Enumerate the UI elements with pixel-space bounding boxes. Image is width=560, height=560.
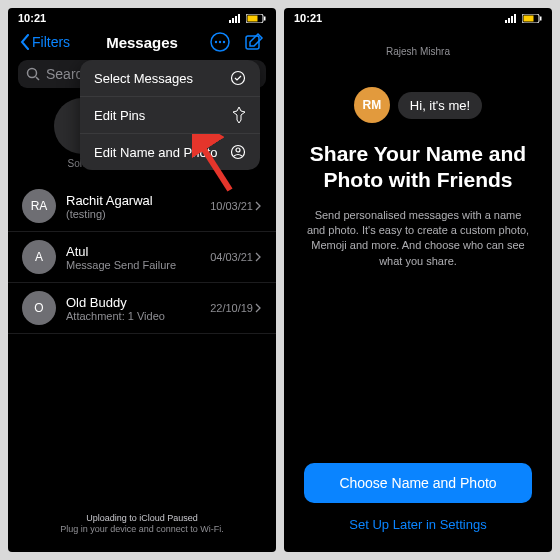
menu-edit-name-photo[interactable]: Edit Name and Photo — [80, 134, 260, 170]
conversation-row[interactable]: O Old Buddy Attachment: 1 Video 22/10/19 — [8, 283, 276, 334]
row-date: 04/03/21 — [210, 251, 262, 263]
checkmark-circle-icon — [230, 70, 246, 86]
chevron-right-icon — [255, 201, 262, 211]
avatar: RM — [354, 87, 390, 123]
svg-rect-0 — [229, 20, 231, 23]
avatar: A — [22, 240, 56, 274]
row-date: 22/10/19 — [210, 302, 262, 314]
status-bar: 10:21 — [8, 8, 276, 28]
svg-rect-22 — [524, 15, 534, 21]
sync-status: Uploading to iCloud Paused Plug in your … — [8, 503, 276, 552]
conversation-row[interactable]: A Atul Message Send Failure 04/03/21 — [8, 232, 276, 283]
preview-message: RM Hi, it's me! — [354, 87, 482, 123]
signal-icon — [229, 14, 243, 23]
conversation-list: RA Rachit Agarwal (testing) 10/03/21 A A… — [8, 181, 276, 334]
onboarding-description: Send personalised messages with a name a… — [304, 208, 532, 270]
row-title: Atul — [66, 244, 200, 259]
avatar: RA — [22, 189, 56, 223]
svg-point-12 — [28, 69, 37, 78]
sender-name: Rajesh Mishra — [386, 46, 450, 57]
row-subtitle: (testing) — [66, 208, 200, 220]
menu-select-messages[interactable]: Select Messages — [80, 60, 260, 97]
battery-icon — [522, 14, 542, 23]
more-icon[interactable] — [210, 32, 230, 52]
messages-screen: 10:21 Filters Messages Search Sohan Luck… — [8, 8, 276, 552]
svg-rect-19 — [511, 16, 513, 23]
nav-bar: Filters Messages — [8, 28, 276, 60]
row-date: 10/03/21 — [210, 200, 262, 212]
menu-label: Select Messages — [94, 71, 193, 86]
battery-icon — [246, 14, 266, 23]
svg-point-14 — [232, 72, 245, 85]
status-time: 10:21 — [18, 12, 46, 24]
menu-label: Edit Pins — [94, 108, 145, 123]
menu-edit-pins[interactable]: Edit Pins — [80, 97, 260, 134]
svg-rect-18 — [508, 18, 510, 23]
conversation-row[interactable]: RA Rachit Agarwal (testing) 10/03/21 — [8, 181, 276, 232]
back-label: Filters — [32, 34, 70, 50]
svg-rect-23 — [540, 16, 542, 20]
search-icon — [26, 67, 40, 81]
back-button[interactable]: Filters — [20, 34, 70, 50]
row-subtitle: Message Send Failure — [66, 259, 200, 271]
choose-name-photo-button[interactable]: Choose Name and Photo — [304, 463, 532, 503]
status-time: 10:21 — [294, 12, 322, 24]
svg-rect-6 — [264, 16, 266, 20]
status-icons — [505, 14, 542, 23]
svg-point-10 — [223, 41, 225, 43]
chevron-left-icon — [20, 34, 30, 50]
context-menu: Select Messages Edit Pins Edit Name and … — [80, 60, 260, 170]
svg-rect-5 — [248, 15, 258, 21]
status-bar: 10:21 — [284, 8, 552, 28]
svg-point-8 — [215, 41, 217, 43]
menu-label: Edit Name and Photo — [94, 145, 218, 160]
row-title: Rachit Agarwal — [66, 193, 200, 208]
svg-line-13 — [36, 77, 39, 80]
pin-icon — [232, 107, 246, 123]
signal-icon — [505, 14, 519, 23]
chevron-right-icon — [255, 303, 262, 313]
svg-point-9 — [219, 41, 221, 43]
onboarding-title: Share Your Name and Photo with Friends — [304, 141, 532, 194]
message-bubble: Hi, it's me! — [398, 92, 482, 119]
svg-rect-3 — [238, 14, 240, 23]
chevron-right-icon — [255, 252, 262, 262]
person-circle-icon — [230, 144, 246, 160]
svg-point-16 — [236, 148, 240, 152]
svg-rect-17 — [505, 20, 507, 23]
svg-rect-2 — [235, 16, 237, 23]
onboarding-screen: 10:21 Rajesh Mishra RM Hi, it's me! Shar… — [284, 8, 552, 552]
status-icons — [229, 14, 266, 23]
row-subtitle: Attachment: 1 Video — [66, 310, 200, 322]
setup-later-link[interactable]: Set Up Later in Settings — [304, 517, 532, 532]
svg-rect-1 — [232, 18, 234, 23]
row-title: Old Buddy — [66, 295, 200, 310]
compose-icon[interactable] — [244, 32, 264, 52]
svg-rect-20 — [514, 14, 516, 23]
avatar: O — [22, 291, 56, 325]
